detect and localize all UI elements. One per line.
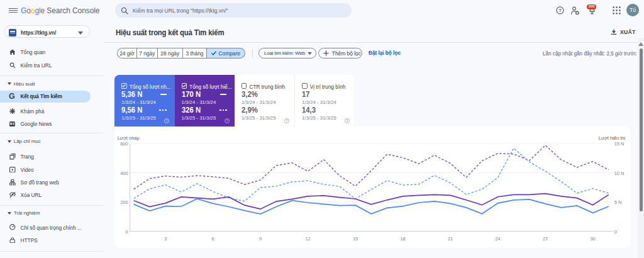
svg-text:24: 24	[496, 236, 501, 242]
svg-text:9: 9	[259, 236, 262, 242]
svg-text:?: ?	[166, 119, 168, 123]
svg-text:?: ?	[286, 119, 287, 123]
svg-text:0: 0	[614, 229, 617, 235]
svg-text:Lượt hiển thị: Lượt hiển thị	[599, 135, 626, 141]
svg-text:400: 400	[120, 171, 128, 176]
svg-text:200: 200	[120, 199, 128, 205]
svg-text:?: ?	[347, 119, 348, 123]
svg-text:?: ?	[226, 119, 228, 123]
svg-text:30: 30	[591, 236, 596, 242]
svg-text:?: ?	[558, 8, 562, 13]
svg-text:0: 0	[126, 229, 128, 235]
svg-text:10 N: 10 N	[614, 171, 625, 176]
svg-text:600: 600	[120, 141, 128, 147]
svg-text:3: 3	[164, 236, 167, 242]
svg-text:18: 18	[401, 236, 406, 242]
svg-text:Lượt nhấp: Lượt nhấp	[118, 135, 140, 141]
svg-text:6: 6	[212, 236, 214, 242]
svg-text:15: 15	[353, 236, 358, 242]
svg-text:15 N: 15 N	[614, 141, 625, 147]
svg-text:21: 21	[448, 236, 453, 242]
svg-text:27: 27	[543, 236, 548, 242]
svg-text:5 N: 5 N	[614, 199, 622, 205]
svg-text:12: 12	[306, 236, 311, 242]
